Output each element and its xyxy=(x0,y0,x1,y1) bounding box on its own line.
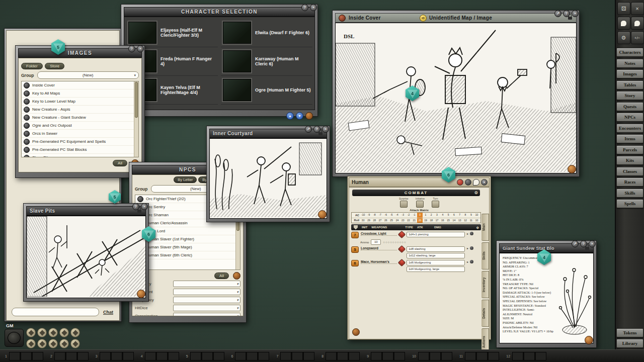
npc-list-item[interactable]: Human Slaver (6th Cleric) xyxy=(135,251,240,259)
d20-die[interactable]: 6 xyxy=(442,167,455,183)
all-button[interactable]: All xyxy=(113,160,127,166)
hotkey-slot-group[interactable]: 8 xyxy=(321,352,360,360)
weapon-init-value[interactable]: 5 xyxy=(351,246,359,253)
sheet-tab[interactable]: Skills xyxy=(481,242,489,269)
modifier-pad[interactable] xyxy=(5,329,24,347)
sidebar-button[interactable]: Encounters xyxy=(616,124,643,133)
die-icon[interactable] xyxy=(70,328,80,337)
image-list-item[interactable]: Ogre and Orc Outpost xyxy=(22,122,138,130)
images-titlebar[interactable]: IMAGES xyxy=(18,48,142,58)
all-button[interactable]: All xyxy=(214,273,229,279)
hotkey-slot-group[interactable]: 5 xyxy=(186,352,224,360)
folder-button[interactable]: Folder xyxy=(21,63,43,69)
die-icon[interactable] xyxy=(37,328,47,337)
surprise-icon[interactable] xyxy=(400,201,408,208)
npcs-sort-tab[interactable]: By Letter xyxy=(174,176,197,183)
scroll-down-button[interactable]: ▼ xyxy=(296,112,303,120)
d20-die[interactable]: 4 xyxy=(406,85,419,101)
whisper-bubble-icon[interactable] xyxy=(631,17,644,30)
images-scrollbar[interactable] xyxy=(134,81,138,157)
sidebar-button[interactable]: Notes xyxy=(616,59,643,68)
damage-type-icon[interactable] xyxy=(398,231,406,239)
token-icon[interactable] xyxy=(457,179,463,186)
help-icon[interactable]: ? xyxy=(301,4,308,11)
group-dropdown[interactable]: (New) ▾ xyxy=(37,71,139,79)
npc-list-item[interactable]: Human Slaver (5th Mage) xyxy=(135,243,240,251)
help-icon[interactable]: ? xyxy=(580,240,587,247)
sidebar-button[interactable]: Tokens xyxy=(616,328,643,337)
d20-die[interactable]: 5 xyxy=(109,190,121,204)
damage-type-icon[interactable] xyxy=(398,259,406,267)
resize-knob[interactable] xyxy=(318,210,327,219)
help-icon[interactable]: ? xyxy=(128,45,135,52)
gear-icon[interactable]: ⚙ xyxy=(617,31,630,44)
filter-select[interactable]: ▾ xyxy=(173,297,240,303)
hotkey-slot-group[interactable]: 1 xyxy=(5,352,43,360)
character-entry[interactable]: Eljayess (Half-Elf M Cleric/Fighter 3/3) xyxy=(126,19,218,47)
weapon-init-value[interactable]: 6 xyxy=(351,260,359,266)
filter-select[interactable]: ▾ xyxy=(173,305,240,311)
chat-bubble-icon[interactable] xyxy=(617,17,630,30)
sidebar-button[interactable]: Classes xyxy=(616,167,643,176)
image-list-item[interactable]: Pre-Generated PC Stat Blocks xyxy=(22,146,138,154)
hotkey-slot-group[interactable]: 12 xyxy=(506,352,546,360)
sidebar-button[interactable]: Races xyxy=(616,177,643,187)
popout-icon[interactable]: ↗ xyxy=(305,126,312,133)
option-dot-icon[interactable] xyxy=(470,232,473,235)
image-list-item[interactable]: Slave Pits xyxy=(22,154,138,157)
weapon-init-value[interactable]: 7 xyxy=(351,232,359,238)
sidebar-button[interactable]: Tables xyxy=(616,80,643,89)
sidebar-button[interactable]: Spells xyxy=(616,199,643,208)
close-icon[interactable]: × xyxy=(572,10,579,17)
die-icon[interactable] xyxy=(26,328,36,337)
scrollbar-thumb[interactable] xyxy=(135,82,138,118)
radial-menu-button[interactable] xyxy=(352,328,360,336)
inside-cover-titlebar[interactable]: Inside Cover ID Unidentified Map / Image xyxy=(335,13,577,23)
expand-icon[interactable]: ▸ xyxy=(467,260,468,263)
ammo-pips[interactable]: ○○○○○○○○○○ xyxy=(383,241,406,244)
sheet-tab[interactable]: Inventory xyxy=(481,271,489,298)
hotkey-slot-group[interactable]: 6 xyxy=(231,352,270,360)
character-selection-titlebar[interactable]: CHARACTER SELECTION xyxy=(124,7,315,17)
die-icon[interactable] xyxy=(59,339,69,348)
weapon-damage-field[interactable]: 1d4+1 piercing xyxy=(407,232,465,237)
d20-die[interactable]: 6 xyxy=(142,226,155,242)
die-icon[interactable] xyxy=(48,328,58,337)
chat-send-button[interactable]: Chat xyxy=(103,310,113,315)
resize-knob[interactable] xyxy=(585,336,593,344)
hotkey-slot-group[interactable]: 3 xyxy=(96,352,134,360)
resize-knob[interactable] xyxy=(137,290,145,298)
scroll-up-button[interactable]: ▲ xyxy=(286,112,294,120)
store-button[interactable]: Store xyxy=(45,63,64,69)
weapon-damage-field[interactable]: 1d4 bludgeoning, large xyxy=(407,266,465,272)
sidebar-button[interactable]: Story xyxy=(616,91,643,100)
d20-die[interactable]: 4 xyxy=(537,249,551,265)
expand-icon[interactable]: ▸ xyxy=(467,246,468,250)
d20-die[interactable]: 5 xyxy=(51,39,65,55)
hotkey-slot-group[interactable]: 2 xyxy=(50,352,89,360)
close-icon[interactable]: × xyxy=(310,4,317,11)
image-list-item[interactable]: Inside Cover xyxy=(22,81,138,89)
radial-menu-button[interactable] xyxy=(233,272,240,280)
sidebar-button[interactable]: Quests xyxy=(616,102,643,111)
dice-tower-icon[interactable]: ⚄ xyxy=(617,2,630,15)
slave-pits-art-area[interactable] xyxy=(26,216,146,298)
die-icon[interactable] xyxy=(37,339,47,348)
inner-courtyard-art-area[interactable] xyxy=(209,138,327,219)
die-icon[interactable] xyxy=(59,328,69,337)
sidebar-button[interactable]: Characters xyxy=(616,48,643,57)
filter-select[interactable]: ▾ xyxy=(173,313,240,316)
hotkey-slot-group[interactable]: 11 xyxy=(459,352,499,360)
weapon-damage-field[interactable]: 1d12 slashing, large xyxy=(407,253,465,258)
image-list-item[interactable]: Orcs in Sewer xyxy=(22,130,138,138)
human-titlebar[interactable]: Human × xyxy=(349,177,490,187)
confirm-button[interactable] xyxy=(305,112,313,120)
ammo-count-field[interactable]: 10 xyxy=(371,239,381,245)
sidebar-button[interactable]: Images xyxy=(616,69,643,78)
chat-bubble-icon[interactable] xyxy=(473,179,479,186)
inside-cover-art-area[interactable]: DSL xyxy=(335,23,577,173)
option-dot-icon[interactable] xyxy=(470,260,473,263)
damage-type-icon[interactable] xyxy=(398,245,406,253)
close-icon[interactable]: × xyxy=(137,45,144,52)
expand-icon[interactable]: ▸ xyxy=(467,232,468,235)
